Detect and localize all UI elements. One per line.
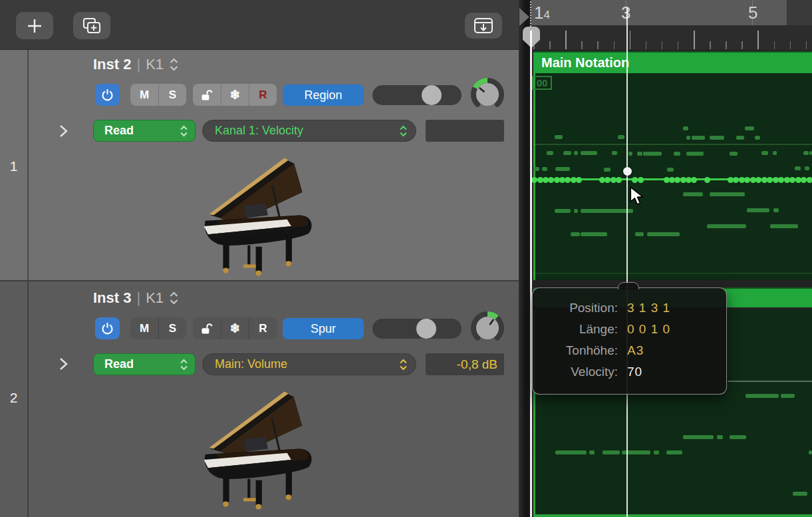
region-lane-line	[533, 273, 812, 274]
automation-point[interactable]	[801, 177, 807, 183]
midi-note	[773, 208, 779, 212]
volume-slider[interactable]	[372, 85, 462, 105]
midi-note	[781, 394, 795, 398]
automation-point[interactable]	[778, 177, 784, 183]
stepper-chevrons-icon[interactable]	[169, 57, 179, 72]
mute-button[interactable]: M	[130, 317, 158, 339]
automation-point[interactable]	[576, 177, 582, 183]
automation-point[interactable]	[691, 177, 697, 183]
automation-mode-dropdown[interactable]: Read	[93, 120, 196, 142]
solo-button[interactable]: S	[158, 84, 186, 106]
track-on-off-button[interactable]	[95, 84, 120, 106]
track-header-panel: 1 Inst 2 | K1 M S	[0, 0, 519, 517]
ruler-tick	[549, 41, 551, 49]
track-name-row[interactable]: Inst 2 | K1	[93, 56, 179, 73]
midi-note	[761, 151, 768, 155]
mute-solo-group: M S	[130, 84, 186, 106]
duplicate-track-button[interactable]	[73, 12, 110, 39]
gutter-divider	[27, 50, 29, 280]
automation-point[interactable]	[767, 177, 773, 183]
volume-slider[interactable]	[372, 319, 462, 339]
help-tag-value: A3	[627, 343, 716, 358]
freeze-button[interactable]: ❄	[221, 317, 249, 339]
help-tag-value: 70	[627, 365, 716, 379]
track-on-off-button[interactable]	[95, 317, 120, 339]
record-enable-button[interactable]: R	[249, 84, 277, 106]
automation-point[interactable]	[565, 177, 571, 183]
mute-button[interactable]: M	[130, 84, 158, 106]
selected-automation-point[interactable]	[623, 167, 632, 176]
track-header-config-button[interactable]	[465, 13, 502, 39]
midi-note	[581, 209, 633, 213]
automation-mode-dropdown[interactable]: Read	[93, 353, 196, 375]
midi-note	[574, 151, 578, 155]
track-name: Inst 2	[93, 56, 131, 73]
lock-button[interactable]	[193, 317, 221, 339]
midi-note	[770, 224, 798, 228]
automation-point[interactable]	[744, 177, 750, 183]
help-tag-row: Velocity:70	[533, 361, 716, 383]
automation-point[interactable]	[605, 177, 610, 183]
midi-note	[654, 450, 659, 454]
midi-note	[589, 450, 595, 454]
midi-note	[534, 167, 539, 171]
help-tag-row: Tonhöhe:A3	[533, 340, 716, 361]
region-header-main-notation[interactable]: Main Notation	[533, 51, 812, 73]
help-tag-label: Tonhöhe:	[533, 343, 618, 358]
help-tag-label: Position:	[533, 301, 618, 315]
pan-knob[interactable]	[470, 311, 505, 347]
gutter-divider	[27, 281, 29, 517]
automation-point[interactable]	[638, 177, 644, 183]
midi-note	[563, 151, 571, 155]
midi-note	[717, 435, 723, 439]
automation-point[interactable]	[807, 177, 812, 183]
automation-point[interactable]	[616, 177, 622, 183]
lock-freeze-record-group: ❄ R	[193, 84, 277, 106]
ruler-tick	[757, 31, 759, 49]
event-help-tag: Position:3 1 3 1Länge:0 0 1 0Tonhöhe:A3V…	[532, 287, 727, 395]
midi-note	[692, 136, 705, 140]
track-header-2[interactable]: 2 Inst 3 | K1 M S	[0, 281, 519, 517]
dropdown-chevrons-icon	[180, 358, 188, 371]
ruler-tick	[581, 41, 583, 49]
automation-point[interactable]	[733, 177, 739, 183]
track-header-1[interactable]: 1 Inst 2 | K1 M S	[0, 50, 519, 280]
midi-note	[730, 435, 746, 439]
automation-point[interactable]	[548, 177, 554, 183]
automation-parameter-dropdown[interactable]: Main: Volume	[202, 353, 416, 375]
midi-note	[795, 166, 801, 170]
playhead-line[interactable]	[530, 31, 532, 517]
stepper-chevrons-icon[interactable]	[169, 291, 179, 305]
pan-knob[interactable]	[470, 77, 505, 113]
disclosure-chevron-icon[interactable]	[57, 124, 69, 138]
automation-target-button[interactable]: Spur	[283, 318, 364, 339]
automation-target-button[interactable]: Region	[283, 85, 364, 106]
open-lock-icon	[200, 88, 213, 102]
disclosure-chevron-icon[interactable]	[57, 357, 69, 371]
beat-ruler[interactable]	[530, 25, 812, 50]
automation-point[interactable]	[632, 177, 638, 183]
record-enable-button[interactable]: R	[249, 317, 277, 339]
automation-mode-label: Read	[104, 124, 134, 138]
midi-note	[686, 152, 704, 156]
track-name-row[interactable]: Inst 3 | K1	[93, 289, 179, 307]
add-track-button[interactable]	[16, 12, 53, 39]
panel-divider[interactable]	[519, 0, 531, 517]
automation-point[interactable]	[704, 177, 710, 183]
solo-button[interactable]: S	[158, 317, 186, 339]
automation-parameter-dropdown[interactable]: Kanal 1: Velocity	[202, 120, 416, 142]
slider-thumb[interactable]	[416, 319, 436, 339]
freeze-button[interactable]: ❄	[221, 84, 249, 106]
midi-note	[647, 232, 680, 236]
help-tag-value: 0 0 1 0	[627, 322, 716, 337]
mouse-cursor-icon	[629, 186, 646, 206]
dropdown-chevrons-icon	[180, 124, 188, 138]
lock-button[interactable]	[193, 84, 221, 106]
ruler-tick	[678, 41, 679, 49]
midi-note	[603, 450, 620, 454]
automation-point[interactable]	[755, 177, 761, 183]
automation-point[interactable]	[674, 177, 680, 183]
automation-point[interactable]	[789, 177, 795, 183]
slider-thumb[interactable]	[422, 85, 442, 105]
automation-value-display: -0,8 dB	[426, 353, 504, 375]
